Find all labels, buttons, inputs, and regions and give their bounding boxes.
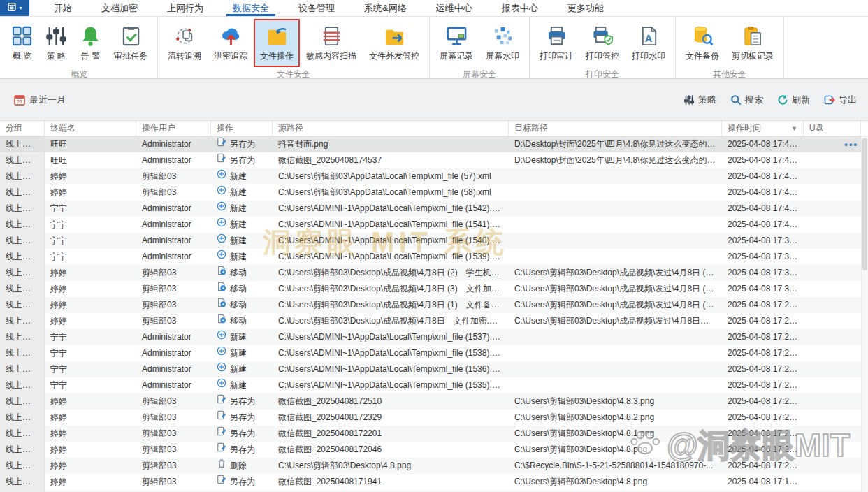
- table-row[interactable]: 线上演示婷婷剪辑部03另存为微信截图_20250408172329C:\User…: [0, 410, 868, 426]
- table-row[interactable]: 线上演示婷婷剪辑部03新建C:\Users\剪辑部03\AppData\Loca…: [0, 168, 868, 184]
- print-audit-button[interactable]: 打印审计: [533, 19, 579, 67]
- policy-sliders-button[interactable]: 策 略: [39, 19, 73, 67]
- cell-terminal: 婷婷: [45, 458, 136, 474]
- content-scan-label: 敏感内容扫描: [306, 50, 356, 62]
- overview-grid-button[interactable]: 概 览: [5, 19, 39, 67]
- ribbon-group-2: 屏幕记录屏幕水印屏幕安全: [430, 17, 530, 78]
- cell-op: 新建: [211, 184, 273, 201]
- menu-tab-7[interactable]: 报表中心: [487, 0, 553, 16]
- table-row[interactable]: 线上演示宁宁Administrator新建C:\Users\ADMINI~1\A…: [0, 377, 868, 393]
- file-outgoing-button[interactable]: 文件外发管控: [363, 19, 426, 67]
- print-control-label: 打印管控: [586, 50, 619, 62]
- cell-group: 线上演示: [0, 377, 45, 393]
- alert-bell-button[interactable]: 告 警: [73, 19, 108, 67]
- leak-trace-button[interactable]: 泄密追踪: [208, 19, 254, 67]
- table-row[interactable]: 线上演示婷婷剪辑部03另存为微信截图_20250408172046C:\User…: [0, 442, 868, 458]
- table-row[interactable]: 线上演示婷婷剪辑部03移动C:\Users\剪辑部03\Desktop\成品视频…: [0, 281, 868, 297]
- flow-trace-button[interactable]: 流转追溯: [161, 19, 208, 67]
- menu-tab-3[interactable]: 数据安全: [218, 0, 284, 16]
- column-header-group[interactable]: 分组: [0, 121, 45, 136]
- screen-watermark-button[interactable]: 屏幕水印: [479, 19, 526, 67]
- column-header-source[interactable]: 源路径: [273, 121, 509, 136]
- table-row[interactable]: 线上演示婷婷剪辑部03移动C:\Users\剪辑部03\Desktop\成品视频…: [0, 265, 868, 281]
- table-row[interactable]: 线上演示婷婷剪辑部03另存为微信截图_20250408172201C:\User…: [0, 426, 868, 442]
- policy-sliders-button[interactable]: 策略: [683, 94, 716, 106]
- screen-record-label: 屏幕记录: [440, 50, 473, 62]
- cell-time: 2025-04-08 17:39:03: [722, 249, 804, 265]
- table-row[interactable]: 线上演示婷婷剪辑部03移动C:\Users\剪辑部03\Desktop\成品视频…: [0, 313, 868, 329]
- table-body: 线上演示旺旺Administrator另存为抖音封面.pngD:\Desktop…: [0, 136, 868, 492]
- print-watermark-button[interactable]: A打印水印: [625, 19, 672, 67]
- table-row[interactable]: 线上演示旺旺Administrator另存为抖音封面.pngD:\Desktop…: [0, 136, 868, 152]
- column-header-group-label: 分组: [6, 122, 22, 134]
- column-header-terminal[interactable]: 终端名: [45, 121, 136, 136]
- table-row[interactable]: 线上演示宁宁Administrator新建C:\Users\ADMINI~1\A…: [0, 201, 868, 217]
- operation-label: 新建: [230, 361, 247, 377]
- column-header-time[interactable]: 操作时间▼: [722, 121, 804, 136]
- cell-group: 线上演示: [0, 136, 45, 152]
- column-header-target[interactable]: 目标路径: [509, 121, 722, 136]
- app-menu-button[interactable]: ▾: [0, 0, 29, 16]
- cell-time: 2025-04-08 17:40:03: [722, 217, 804, 233]
- cell-usb: [804, 377, 861, 393]
- save-as-icon: [217, 426, 226, 442]
- save-as-icon: [217, 410, 226, 426]
- vertical-scrollbar[interactable]: [861, 136, 868, 492]
- table-row[interactable]: 线上演示婷婷剪辑部03另存为微信截图_20250408171941C:\User…: [0, 474, 868, 490]
- table-row[interactable]: 线上演示婷婷剪辑部03另存为微信截图_20250408172510C:\User…: [0, 393, 868, 410]
- table-row[interactable]: 线上演示旺旺Administrator另存为微信截图_2025040817453…: [0, 152, 868, 168]
- cell-target: C:\$Recycle.Bin\S-1-5-21-525888014-15481…: [509, 458, 722, 474]
- time-filter-dropdown-icon[interactable]: ▼: [788, 125, 797, 132]
- search-button[interactable]: 搜索: [730, 94, 763, 106]
- content-scan-button[interactable]: 敏感内容扫描: [300, 19, 363, 67]
- menu-tab-6[interactable]: 运维中心: [421, 0, 487, 16]
- save-as-icon: [217, 442, 226, 458]
- menu-tab-4[interactable]: 设备管理: [284, 0, 349, 16]
- cell-op: 另存为: [211, 410, 273, 426]
- cell-source: C:\Users\剪辑部03\AppData\Local\Temp\xml_fi…: [273, 184, 509, 201]
- scrollbar-thumb[interactable]: [862, 138, 867, 270]
- cell-op: 另存为: [211, 393, 273, 410]
- date-range-filter[interactable]: 23 最近一月: [14, 94, 66, 106]
- calendar-icon: 23: [14, 94, 25, 106]
- operation-label: 新建: [230, 168, 247, 184]
- menu-tab-2[interactable]: 上网行为: [152, 0, 218, 16]
- cell-source: C:\Users\剪辑部03\AppData\Local\Temp\xml_fi…: [273, 168, 509, 184]
- column-header-usb[interactable]: U盘: [804, 121, 861, 136]
- table-row[interactable]: 线上演示婷婷剪辑部03移动C:\Users\剪辑部03\Desktop\成品视频…: [0, 297, 868, 313]
- file-backup-button[interactable]: 文件备份: [679, 19, 725, 67]
- table-row[interactable]: 线上演示宁宁Administrator新建C:\Users\ADMINI~1\A…: [0, 361, 868, 377]
- table-row[interactable]: 线上演示宁宁Administrator新建C:\Users\ADMINI~1\A…: [0, 217, 868, 233]
- cell-user: 剪辑部03: [136, 426, 211, 442]
- table-row[interactable]: 线上演示宁宁Administrator新建C:\Users\ADMINI~1\A…: [0, 249, 868, 265]
- row-actions-menu[interactable]: •••: [844, 136, 858, 152]
- cell-usb: [804, 458, 861, 474]
- cell-source: 微信截图_20250408172046: [273, 442, 509, 458]
- column-header-op[interactable]: 操作: [211, 121, 273, 136]
- menu-tab-0[interactable]: 开始: [39, 0, 87, 16]
- refresh-button[interactable]: 刷新: [777, 94, 810, 106]
- cell-target: C:\Users\剪辑部03\Desktop\成品视频\发过\4月8日 (3) …: [509, 281, 722, 297]
- table-row[interactable]: 线上演示宁宁Administrator新建C:\Users\ADMINI~1\A…: [0, 233, 868, 249]
- menu-tab-1[interactable]: 文档加密: [87, 0, 152, 16]
- cell-op: 新建: [211, 201, 273, 217]
- print-control-button[interactable]: 打印管控: [579, 19, 625, 67]
- column-header-user[interactable]: 操作用户: [136, 121, 211, 136]
- menu-tab-5[interactable]: 系统&网络: [349, 0, 421, 16]
- cell-time: 2025-04-08 17:28:00: [722, 361, 804, 377]
- cell-source: C:\Users\ADMINI~1\AppData\Local\Temp\xml…: [273, 377, 509, 393]
- file-operation-button[interactable]: 文件操作: [254, 19, 300, 67]
- cell-usb: [804, 329, 861, 345]
- export-button[interactable]: 导出: [824, 94, 857, 106]
- table-row[interactable]: 线上演示婷婷剪辑部03删除C:\Users\剪辑部03\Desktop\4.8.…: [0, 458, 868, 474]
- table-row[interactable]: 线上演示婷婷剪辑部03新建C:\Users\剪辑部03\AppData\Loca…: [0, 184, 868, 201]
- ribbon-group-4: 文件备份剪切板记录其他安全: [676, 17, 784, 78]
- table-row[interactable]: 线上演示宁宁Administrator新建C:\Users\ADMINI~1\A…: [0, 329, 868, 345]
- clipboard-record-button[interactable]: 剪切板记录: [725, 19, 780, 67]
- approval-clipboard-button[interactable]: 审批任务: [108, 19, 154, 67]
- screen-record-button[interactable]: 屏幕记录: [433, 19, 479, 67]
- cell-source: C:\Users\ADMINI~1\AppData\Local\Temp\xml…: [273, 361, 509, 377]
- menu-tab-8[interactable]: 更多功能: [553, 0, 619, 16]
- cell-user: 剪辑部03: [136, 168, 211, 184]
- table-row[interactable]: 线上演示宁宁Administrator新建C:\Users\ADMINI~1\A…: [0, 345, 868, 361]
